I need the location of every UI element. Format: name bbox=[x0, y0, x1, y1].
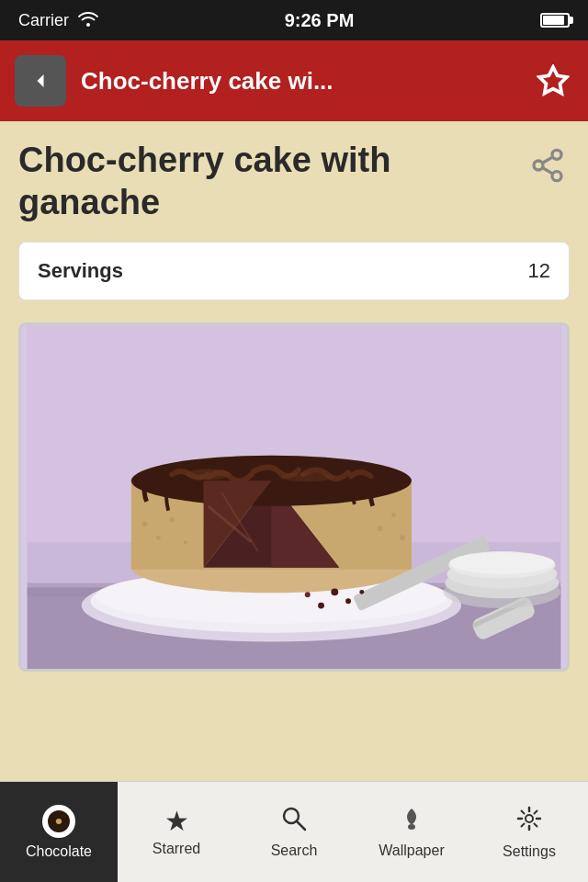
recipe-header: Choc-cherry cake with ganache bbox=[18, 140, 570, 223]
svg-point-16 bbox=[391, 513, 396, 517]
favorite-button[interactable] bbox=[533, 61, 573, 101]
status-time: 9:26 PM bbox=[285, 10, 355, 31]
search-tab-icon bbox=[280, 805, 308, 837]
share-icon bbox=[529, 147, 566, 184]
cake-svg bbox=[21, 325, 567, 669]
svg-point-38 bbox=[449, 552, 554, 574]
chocolate-icon bbox=[42, 805, 75, 838]
svg-point-14 bbox=[184, 540, 187, 544]
wallpaper-tab-icon bbox=[398, 805, 425, 837]
carrier-label: Carrier bbox=[18, 11, 69, 30]
recipe-title: Choc-cherry cake with ganache bbox=[18, 140, 526, 223]
svg-point-33 bbox=[359, 590, 364, 594]
svg-point-30 bbox=[345, 598, 351, 604]
svg-point-22 bbox=[280, 473, 334, 482]
tab-chocolate[interactable]: Chocolate bbox=[0, 782, 118, 882]
star-tab-icon: ★ bbox=[164, 808, 189, 835]
status-right bbox=[540, 13, 570, 28]
svg-point-17 bbox=[400, 536, 405, 541]
svg-point-13 bbox=[169, 517, 175, 523]
tab-bar: Chocolate ★ Starred Search Wallpaper bbox=[0, 781, 588, 882]
svg-marker-0 bbox=[539, 67, 567, 94]
tab-settings[interactable]: Settings bbox=[470, 782, 588, 882]
settings-tab-icon bbox=[514, 804, 544, 838]
star-icon bbox=[537, 64, 570, 97]
servings-row: Servings 12 bbox=[18, 242, 570, 300]
svg-rect-44 bbox=[410, 825, 413, 828]
tab-wallpaper-label: Wallpaper bbox=[379, 842, 444, 859]
status-left: Carrier bbox=[18, 10, 98, 30]
svg-point-29 bbox=[331, 589, 338, 596]
back-button[interactable] bbox=[15, 55, 66, 107]
status-bar: Carrier 9:26 PM bbox=[0, 0, 588, 40]
main-content: Choc-cherry cake with ganache Servings 1… bbox=[0, 121, 588, 672]
tab-search[interactable]: Search bbox=[235, 782, 353, 882]
servings-label: Servings bbox=[38, 259, 528, 283]
svg-point-12 bbox=[156, 536, 161, 540]
wifi-icon bbox=[78, 10, 98, 30]
tab-starred-label: Starred bbox=[153, 841, 200, 857]
nav-bar: Choc-cherry cake wi... bbox=[0, 40, 588, 121]
svg-point-31 bbox=[318, 603, 324, 609]
tab-wallpaper[interactable]: Wallpaper bbox=[353, 782, 470, 882]
share-button[interactable] bbox=[526, 143, 570, 187]
svg-point-40 bbox=[56, 819, 62, 824]
svg-line-42 bbox=[297, 821, 305, 830]
battery-icon bbox=[540, 13, 570, 28]
tab-starred[interactable]: ★ Starred bbox=[118, 782, 235, 882]
svg-point-45 bbox=[526, 815, 533, 822]
svg-point-32 bbox=[305, 593, 311, 598]
recipe-image bbox=[18, 322, 570, 672]
svg-point-21 bbox=[186, 469, 231, 481]
tab-search-label: Search bbox=[271, 842, 318, 859]
chevron-left-icon bbox=[28, 68, 53, 94]
servings-value: 12 bbox=[528, 259, 550, 283]
tab-chocolate-label: Chocolate bbox=[26, 843, 92, 860]
svg-point-11 bbox=[142, 522, 148, 527]
nav-title: Choc-cherry cake wi... bbox=[81, 67, 533, 96]
svg-point-15 bbox=[378, 526, 383, 532]
tab-settings-label: Settings bbox=[503, 843, 556, 860]
